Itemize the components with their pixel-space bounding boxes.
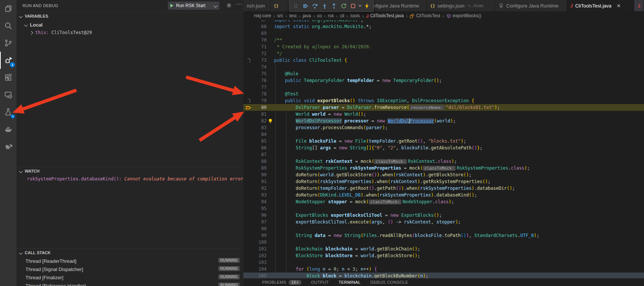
code-line-72[interactable]: 72 */: [243, 50, 644, 57]
editor-tab-nch.json[interactable]: nch.json: [243, 0, 270, 11]
code-line-99[interactable]: 99 String data = new String(Files.readAl…: [243, 232, 644, 239]
code-line-103[interactable]: 103: [243, 259, 644, 266]
watch-expression-row[interactable]: rskSystemProperties.databaseKind(): Cann…: [27, 175, 243, 183]
debug-hot-code-replace-button[interactable]: [362, 1, 372, 10]
line-number[interactable]: 82: [253, 118, 267, 124]
call-stack-thread[interactable]: Thread [Signal Dispatcher]RUNNING: [16, 265, 243, 273]
close-icon[interactable]: ✕: [617, 3, 621, 9]
line-number[interactable]: 79: [253, 97, 267, 104]
panel-tab-terminal[interactable]: TERMINAL: [338, 280, 361, 285]
debug-step-into-button[interactable]: [320, 1, 329, 10]
breadcrumb-item[interactable]: co: [317, 13, 322, 18]
line-number[interactable]: 99: [253, 232, 267, 239]
activity-item-explorer[interactable]: [0, 0, 16, 17]
line-number[interactable]: 80: [253, 104, 267, 111]
code-line-96[interactable]: 96 ExportBlocks exportBlocksCliTool = ne…: [243, 212, 644, 219]
gutter-glyph-margin[interactable]: [243, 99, 253, 103]
code-line-79[interactable]: 79 public void exportBlocks() throws IOE…: [243, 97, 644, 104]
chevron-right-icon[interactable]: [30, 31, 33, 34]
more-actions-icon[interactable]: ···: [236, 0, 243, 7]
code-line-101[interactable]: 101 Blockchain blockchain = world.getBlo…: [243, 246, 644, 252]
code-line-74[interactable]: 74: [243, 64, 644, 70]
line-number[interactable]: 105: [253, 273, 267, 279]
activity-item-testing[interactable]: [0, 103, 16, 121]
panel-tab-problems[interactable]: PROBLEMS1K+: [262, 280, 301, 285]
run-config-button[interactable]: Run RSK Start: [168, 1, 219, 10]
code-line-82[interactable]: 82 WorldDslProcessor processor = new Wor…: [243, 118, 644, 124]
editor-tab-CliToolsTest.java[interactable]: JCliToolsTest.java✕: [567, 0, 634, 11]
code-line-97[interactable]: 97 exportBlocksCliTool.execute(args, () …: [243, 219, 644, 225]
activity-item-extensions[interactable]: [0, 69, 16, 86]
code-line-93[interactable]: 93 doReturn(DbKind.LEVEL_DB).when(rskSys…: [243, 192, 644, 198]
code-line-98[interactable]: 98: [243, 225, 644, 232]
line-number[interactable]: 94: [253, 198, 267, 205]
activity-item-run-and-debug[interactable]: 1: [0, 52, 16, 69]
breadcrumb-item[interactable]: rsk: [328, 13, 334, 18]
activity-item-remote-explorer[interactable]: [0, 86, 16, 103]
line-number[interactable]: 81: [253, 111, 267, 118]
line-number[interactable]: 83: [253, 124, 267, 131]
code-line-70[interactable]: 70/**: [243, 37, 644, 43]
line-number[interactable]: 89: [253, 165, 267, 171]
code-line-87[interactable]: 87: [243, 151, 644, 158]
code-line-68[interactable]: 68import static org.mockito.Mockito.*;: [243, 23, 644, 30]
line-number[interactable]: 93: [253, 192, 267, 198]
debug-drag-handle-button[interactable]: [291, 1, 301, 10]
line-number[interactable]: 68: [253, 23, 267, 30]
debug-stop-button[interactable]: [349, 1, 358, 10]
line-number[interactable]: 92: [253, 185, 267, 192]
code-line-81[interactable]: 81 World world = new World();: [243, 111, 644, 118]
line-number[interactable]: 69: [253, 30, 267, 37]
line-number[interactable]: 85: [253, 138, 267, 144]
breadcrumb-item[interactable]: tools: [350, 13, 360, 18]
code-line-94[interactable]: 94 NodeStopper stopper = mock(classToMoc…: [243, 198, 644, 205]
code-line-91[interactable]: 91 doReturn(rskSystemProperties).when(rs…: [243, 178, 644, 185]
line-number[interactable]: 76: [253, 77, 267, 84]
variables-section-header[interactable]: VARIABLES: [16, 12, 243, 20]
code-line-78[interactable]: 78 @Test: [243, 91, 644, 97]
gear-icon[interactable]: [226, 3, 232, 8]
breadcrumb-item[interactable]: rskj-core: [254, 13, 271, 18]
code-line-102[interactable]: 102 BlockStore blockStore = world.getBlo…: [243, 252, 644, 259]
call-stack-thread[interactable]: Thread [Reference Handler]RUNNING: [16, 282, 243, 286]
line-number[interactable]: 77: [253, 84, 267, 91]
gutter-glyph-margin[interactable]: [243, 105, 253, 110]
activity-item-docker[interactable]: [0, 121, 16, 138]
line-number[interactable]: 97: [253, 219, 267, 225]
debug-continue-button[interactable]: [301, 1, 310, 10]
lightbulb-icon[interactable]: [268, 118, 273, 124]
code-line-92[interactable]: 92 doReturn(tempFolder.getRoot().getPath…: [243, 185, 644, 192]
code-line-76[interactable]: 76 public TemporaryFolder tempFolder = n…: [243, 77, 644, 84]
code-editor[interactable]: 67import static org.junit.Assert.*;68imp…: [243, 20, 644, 279]
call-stack-thread[interactable]: Thread [Finalizer]RUNNING: [16, 273, 243, 282]
line-number[interactable]: 72: [253, 50, 267, 57]
code-line-105[interactable]: 105 Block block = blockchain.getBlockByN…: [243, 273, 644, 279]
line-number[interactable]: 74: [253, 64, 267, 70]
code-line-69[interactable]: 69: [243, 30, 644, 37]
code-line-86[interactable]: 86 String[] args = new String[]{"0", "2"…: [243, 144, 644, 151]
gutter-glyph-margin[interactable]: [243, 58, 253, 63]
code-line-73[interactable]: 73public class CliToolsTest {: [243, 57, 644, 64]
line-number[interactable]: 67: [253, 20, 267, 23]
line-number[interactable]: 88: [253, 158, 267, 165]
activity-item-search[interactable]: [0, 17, 16, 34]
panel-tab-debug-console[interactable]: DEBUG CONSOLE: [370, 280, 408, 285]
variables-scope-local[interactable]: Local: [25, 21, 43, 28]
line-number[interactable]: 100: [253, 239, 267, 246]
breadcrumb-item[interactable]: src: [277, 13, 283, 18]
line-number[interactable]: 73: [253, 57, 267, 64]
code-line-84[interactable]: 84: [243, 131, 644, 138]
editor-tab-partial-6[interactable]: J: [634, 0, 644, 11]
breadcrumb-item[interactable]: cli: [340, 13, 344, 18]
line-number[interactable]: 103: [253, 259, 267, 266]
code-line-71[interactable]: 71 * Created by ajlopez on 26/04/2020.: [243, 43, 644, 50]
line-number[interactable]: 96: [253, 212, 267, 219]
activity-item-source-control[interactable]: [0, 34, 16, 52]
code-line-83[interactable]: 83 processor.processCommands(parser);: [243, 124, 644, 131]
code-line-90[interactable]: 90 doReturn(world.getBlockStore()).when(…: [243, 171, 644, 178]
panel-tab-output[interactable]: OUTPUT: [311, 280, 329, 285]
line-number[interactable]: 87: [253, 151, 267, 158]
line-number[interactable]: 91: [253, 178, 267, 185]
chevron-down-icon[interactable]: [214, 4, 218, 7]
code-line-75[interactable]: 75 @Rule: [243, 70, 644, 77]
